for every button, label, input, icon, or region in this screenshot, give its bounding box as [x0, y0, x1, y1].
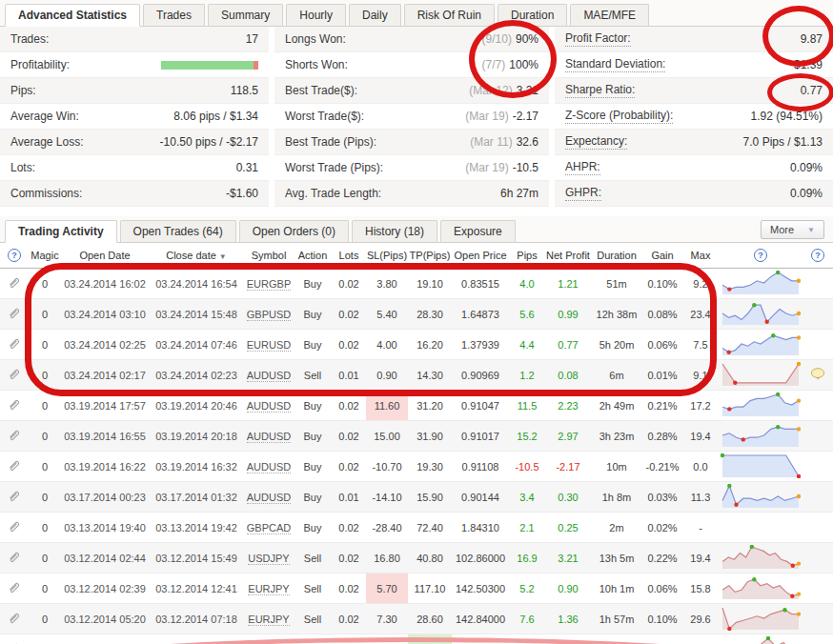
stat-value: 0.77 [801, 84, 823, 97]
attach-cell[interactable] [0, 330, 29, 360]
stat-row-worst-trade: Worst Trade($):(Mar 19)-2.17 [274, 104, 549, 130]
symbol-link[interactable]: EURJPY [248, 614, 289, 626]
tab-open-orders-0[interactable]: Open Orders (0) [239, 220, 349, 243]
header-tp[interactable]: TP(Pips) [408, 243, 452, 269]
symbol-link[interactable]: EURGBP [247, 278, 291, 291]
symbol-link[interactable]: EURUSD [247, 339, 291, 352]
header-label: Close date [166, 250, 216, 261]
cell-symbol: EURJPY [244, 604, 294, 634]
cell-lots: 0.02 [332, 421, 366, 452]
paperclip-icon[interactable] [8, 398, 21, 412]
attach-cell[interactable] [0, 634, 29, 644]
cell-chart[interactable] [719, 513, 803, 543]
tab-trades[interactable]: Trades [143, 4, 205, 27]
attach-cell[interactable] [0, 482, 29, 513]
comment-icon[interactable] [810, 368, 825, 381]
tab-advanced-statistics[interactable]: Advanced Statistics [5, 4, 140, 27]
cell-chart[interactable] [719, 360, 803, 391]
paperclip-icon[interactable] [8, 276, 21, 290]
symbol-link[interactable]: EURJPY [248, 583, 289, 595]
paperclip-icon[interactable] [8, 612, 21, 625]
cell-chart[interactable] [719, 634, 803, 644]
paperclip-icon[interactable] [8, 581, 21, 594]
header-net_profit[interactable]: Net Profit [545, 243, 591, 269]
cell-chart[interactable] [719, 543, 803, 574]
header-pips[interactable]: Pips [509, 243, 545, 269]
header-label: Duration [597, 250, 637, 261]
help-icon[interactable]: ? [754, 249, 767, 262]
paperclip-icon[interactable] [8, 551, 21, 564]
tab-mae-mfe[interactable]: MAE/MFE [570, 4, 649, 27]
stat-value-main: 8.06 pips / $1.34 [173, 110, 258, 123]
header-symbol[interactable]: Symbol [244, 243, 294, 269]
cell-pips: 4.4 [509, 330, 545, 360]
paperclip-icon[interactable] [8, 337, 21, 351]
attach-cell[interactable] [0, 421, 29, 452]
tab-hourly[interactable]: Hourly [286, 4, 346, 27]
cell-chart[interactable] [719, 452, 803, 482]
symbol-link[interactable]: GBPCAD [247, 522, 291, 534]
symbol-link[interactable]: GBPUSD [247, 309, 291, 321]
paperclip-icon[interactable] [8, 307, 21, 320]
attach-cell[interactable] [0, 269, 29, 299]
stat-value-main: 90% [516, 32, 538, 46]
attach-cell[interactable] [0, 299, 29, 330]
header-duration[interactable]: Duration [591, 243, 642, 269]
header-magic[interactable]: Magic [29, 243, 61, 269]
chevron-down-icon: ▼ [807, 226, 815, 234]
attach-cell[interactable] [0, 391, 29, 421]
symbol-link[interactable]: USDJPY [248, 553, 289, 565]
paperclip-icon[interactable] [8, 429, 21, 442]
cell-open-price: 0.91108 [452, 452, 509, 482]
paperclip-icon[interactable] [8, 490, 21, 503]
attach-cell[interactable] [0, 604, 29, 634]
paperclip-icon[interactable] [8, 520, 21, 533]
tab-duration[interactable]: Duration [498, 4, 567, 27]
header-open_price[interactable]: Open Price [452, 243, 509, 269]
cell-chart[interactable] [719, 574, 803, 604]
stat-row-shorts-won: Shorts Won:(7/7)100% [274, 52, 549, 78]
tab-exposure[interactable]: Exposure [440, 220, 516, 243]
header-sl[interactable]: SL(Pips) [366, 243, 408, 269]
cell-comment [803, 513, 833, 543]
header-lots[interactable]: Lots [332, 243, 366, 269]
symbol-link[interactable]: AUDUSD [247, 461, 291, 473]
cell-chart[interactable] [719, 330, 803, 360]
header-max[interactable]: Max [682, 243, 719, 269]
tab-summary[interactable]: Summary [208, 4, 283, 27]
cell-chart[interactable] [719, 391, 803, 421]
tab-risk-of-ruin[interactable]: Risk Of Ruin [404, 4, 495, 27]
attach-cell[interactable] [0, 360, 29, 391]
header-gain[interactable]: Gain [642, 243, 682, 269]
attach-cell[interactable] [0, 543, 29, 574]
tab-trading-activity[interactable]: Trading Activity [5, 220, 117, 243]
symbol-link[interactable]: AUDUSD [247, 431, 291, 443]
symbol-link[interactable]: AUDUSD [247, 400, 291, 413]
cell-chart[interactable] [719, 482, 803, 513]
cell-chart[interactable] [719, 269, 803, 299]
cell-chart[interactable] [719, 421, 803, 452]
symbol-link[interactable]: AUDUSD [247, 370, 291, 382]
cell-open-price: 0.91047 [452, 391, 509, 421]
attach-cell[interactable] [0, 452, 29, 482]
tab-open-trades-64[interactable]: Open Trades (64) [120, 220, 236, 243]
header-close_date[interactable]: Close date▼ [149, 243, 244, 269]
cell-chart[interactable] [719, 299, 803, 330]
cell-tp: 32.00 [408, 634, 452, 644]
cell-net-profit: 3.21 [545, 543, 591, 574]
help-icon[interactable]: ? [811, 249, 824, 262]
tab-history-18[interactable]: History (18) [352, 220, 437, 243]
symbol-link[interactable]: AUDUSD [247, 492, 291, 504]
tab-daily[interactable]: Daily [349, 4, 401, 27]
header-action[interactable]: Action [294, 243, 332, 269]
attach-cell[interactable] [0, 574, 29, 604]
paperclip-icon[interactable] [8, 459, 21, 473]
more-button[interactable]: More ▼ [761, 220, 824, 239]
cell-chart[interactable] [719, 604, 803, 634]
attach-cell[interactable] [0, 513, 29, 543]
stat-value: 0.31 [236, 161, 258, 174]
header-open_date[interactable]: Open Date [61, 243, 149, 269]
cell-pips: 16.9 [509, 543, 545, 574]
help-icon[interactable]: ? [8, 249, 21, 262]
paperclip-icon[interactable] [8, 368, 21, 381]
